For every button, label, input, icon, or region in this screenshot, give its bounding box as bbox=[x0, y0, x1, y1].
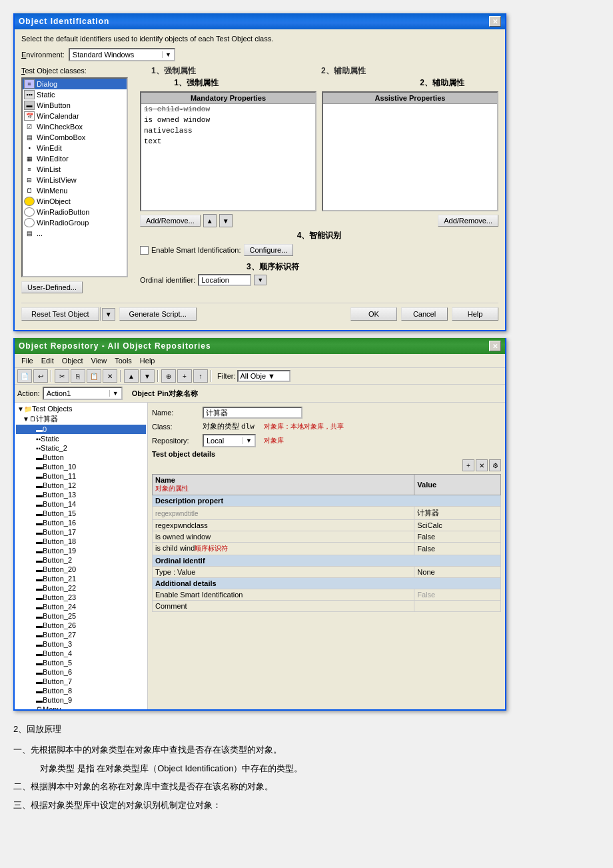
toolbar-cut-btn[interactable]: ✂ bbox=[55, 369, 69, 383]
close-btn-1[interactable]: ✕ bbox=[489, 16, 501, 27]
tree-static[interactable]: ▪▪ Static bbox=[16, 434, 146, 443]
smart-id-checkbox[interactable] bbox=[140, 246, 149, 255]
annotation-3-label: 3、顺序标识符 bbox=[140, 261, 498, 273]
toolbar-export-btn[interactable]: ↑ bbox=[193, 369, 208, 383]
toolbar-up-btn[interactable]: ▲ bbox=[124, 369, 139, 383]
tree-button10[interactable]: ▬Button_10 bbox=[16, 462, 146, 471]
class-winradiobutton[interactable]: WinRadioButton bbox=[23, 207, 127, 217]
class-wineditor[interactable]: ▦ WinEditor bbox=[23, 153, 127, 164]
tree-0-label: 0 bbox=[43, 425, 47, 433]
tree-indent-level1[interactable]: ▼ 🗒 计算器 bbox=[16, 413, 146, 425]
delete-property-button[interactable]: ✕ bbox=[476, 459, 488, 471]
text-item-3: 三、根据对象类型库中设定的对象识别机制定位对象： bbox=[13, 797, 600, 813]
tree-button3[interactable]: ▬Button_3 bbox=[16, 639, 146, 649]
add-remove-button-2[interactable]: Add/Remove... bbox=[438, 215, 498, 227]
config-property-button[interactable]: ⚙ bbox=[489, 459, 501, 471]
tree-test-objects[interactable]: ▼ 📁 Test Objects bbox=[16, 404, 146, 413]
classes-list[interactable]: ≡ Dialog ▪▪▪ Static ▬ WinButton 📅 bbox=[21, 77, 128, 277]
toolbar-down-btn[interactable]: ▼ bbox=[140, 369, 155, 383]
btn9-icon: ▬ bbox=[36, 697, 43, 704]
tree-button17[interactable]: ▬Button_17 bbox=[16, 527, 146, 537]
class-winobject[interactable]: WinObject bbox=[23, 196, 127, 207]
configure-button[interactable]: Configure... bbox=[244, 244, 294, 256]
tree-button27[interactable]: ▬Button_27 bbox=[16, 630, 146, 639]
menu-help[interactable]: Help bbox=[136, 355, 159, 366]
filter-input[interactable]: All Obje ▼ bbox=[237, 370, 291, 382]
tree-button14[interactable]: ▬Button_14 bbox=[16, 499, 146, 509]
repo-tree[interactable]: ▼ 📁 Test Objects ▼ 🗒 计算器 ▬ 0 ▪▪ Static bbox=[15, 403, 148, 709]
tree-button15[interactable]: ▬Button_15 bbox=[16, 509, 146, 518]
reset-test-object-button[interactable]: Reset Test Object bbox=[21, 307, 99, 321]
class-dialog[interactable]: ≡ Dialog bbox=[23, 79, 127, 89]
tree-button24[interactable]: ▬Button_24 bbox=[16, 602, 146, 611]
move-down-button[interactable]: ▼ bbox=[219, 214, 233, 227]
tree-button2[interactable]: ▬Button_2 bbox=[16, 555, 146, 565]
tree-0[interactable]: ▬ 0 bbox=[16, 425, 146, 434]
tree-button9[interactable]: ▬Button_9 bbox=[16, 695, 146, 705]
btn16-label: Button_16 bbox=[43, 519, 76, 527]
move-up-button[interactable]: ▲ bbox=[203, 214, 217, 227]
ordinal-input[interactable]: Location bbox=[198, 274, 251, 286]
toolbar-new-btn[interactable]: 📄 bbox=[17, 369, 32, 383]
menu-edit[interactable]: Edit bbox=[37, 355, 58, 366]
class-winlist[interactable]: ≡ WinList bbox=[23, 164, 127, 175]
btn9-label: Button_9 bbox=[43, 696, 72, 704]
tree-button5[interactable]: ▬Button_5 bbox=[16, 658, 146, 667]
tree-button12[interactable]: ▬Button_12 bbox=[16, 481, 146, 490]
tree-button18[interactable]: ▬Button_18 bbox=[16, 537, 146, 546]
class-misc[interactable]: ▤ ... bbox=[23, 228, 127, 239]
tree-button22[interactable]: ▬Button_22 bbox=[16, 583, 146, 593]
tree-button16[interactable]: ▬Button_16 bbox=[16, 518, 146, 527]
tree-button21[interactable]: ▬Button_21 bbox=[16, 574, 146, 583]
reset-dropdown-arrow[interactable]: ▼ bbox=[102, 308, 115, 321]
class-winlistview[interactable]: ⊟ WinListView bbox=[23, 175, 127, 185]
tree-button26[interactable]: ▬Button_26 bbox=[16, 621, 146, 630]
menu-file[interactable]: File bbox=[17, 355, 37, 366]
row-comment: Comment bbox=[153, 601, 501, 612]
add-remove-button-1[interactable]: Add/Remove... bbox=[140, 215, 201, 227]
class-winmenu[interactable]: 🗒 WinMenu bbox=[23, 185, 127, 196]
class-static[interactable]: ▪▪▪ Static bbox=[23, 89, 127, 100]
tree-button19[interactable]: ▬Button_19 bbox=[16, 546, 146, 555]
repo-close-btn[interactable]: ✕ bbox=[489, 341, 501, 351]
tree-button11[interactable]: ▬Button_11 bbox=[16, 471, 146, 481]
user-defined-button[interactable]: User-Defined... bbox=[21, 281, 83, 293]
class-wincombobox[interactable]: ▤ WinComboBox bbox=[23, 132, 127, 143]
class-winbutton[interactable]: ▬ WinButton bbox=[23, 100, 127, 111]
toolbar-highlight-btn[interactable]: ⊕ bbox=[161, 369, 176, 383]
tree-static2[interactable]: ▪▪ Static_2 bbox=[16, 443, 146, 453]
tree-button23[interactable]: ▬Button_23 bbox=[16, 593, 146, 602]
class-winradiogroup[interactable]: WinRadioGroup bbox=[23, 217, 127, 228]
ok-button[interactable]: OK bbox=[350, 307, 397, 321]
generate-script-button[interactable]: Generate Script... bbox=[119, 307, 197, 321]
add-property-button[interactable]: + bbox=[462, 459, 474, 471]
class-wincheckbox[interactable]: ☑ WinCheckBox bbox=[23, 121, 127, 132]
tree-button13[interactable]: ▬Button_13 bbox=[16, 490, 146, 499]
tree-button4[interactable]: ▬Button_4 bbox=[16, 649, 146, 658]
class-winmenu-label: WinMenu bbox=[37, 187, 67, 195]
toolbar-paste-btn[interactable]: 📋 bbox=[87, 369, 101, 383]
environment-dropdown[interactable]: Standard Windows ▼ bbox=[69, 48, 175, 61]
tree-button6[interactable]: ▬Button_6 bbox=[16, 667, 146, 677]
toolbar-copy-btn[interactable]: ⎘ bbox=[71, 369, 85, 383]
repo-dropdown[interactable]: Local ▼ bbox=[203, 434, 256, 447]
class-winedit[interactable]: ▪ WinEdit bbox=[23, 143, 127, 153]
help-button[interactable]: Help bbox=[452, 307, 498, 321]
menu-object[interactable]: Object bbox=[58, 355, 87, 366]
menu-view[interactable]: View bbox=[87, 355, 111, 366]
name-field[interactable] bbox=[203, 407, 303, 419]
tree-button25[interactable]: ▬Button_25 bbox=[16, 611, 146, 621]
toolbar-open-btn[interactable]: ↩ bbox=[33, 369, 48, 383]
cancel-button[interactable]: Cancel bbox=[401, 307, 448, 321]
class-wincalendar[interactable]: 📅 WinCalendar bbox=[23, 111, 127, 121]
tree-button8[interactable]: ▬Button_8 bbox=[16, 686, 146, 695]
toolbar-delete-btn[interactable]: ✕ bbox=[103, 369, 117, 383]
tree-button[interactable]: ▬ Button bbox=[16, 453, 146, 462]
toolbar-add-btn[interactable]: + bbox=[177, 369, 192, 383]
ordinal-dropdown-arrow[interactable]: ▼ bbox=[254, 275, 267, 285]
tree-menu[interactable]: 🗒Menu bbox=[16, 705, 146, 709]
tree-button7[interactable]: ▬Button_7 bbox=[16, 677, 146, 686]
tree-button20[interactable]: ▬Button_20 bbox=[16, 565, 146, 574]
menu-tools[interactable]: Tools bbox=[111, 355, 136, 366]
action-dropdown[interactable]: Action1 ▼ bbox=[43, 387, 123, 400]
